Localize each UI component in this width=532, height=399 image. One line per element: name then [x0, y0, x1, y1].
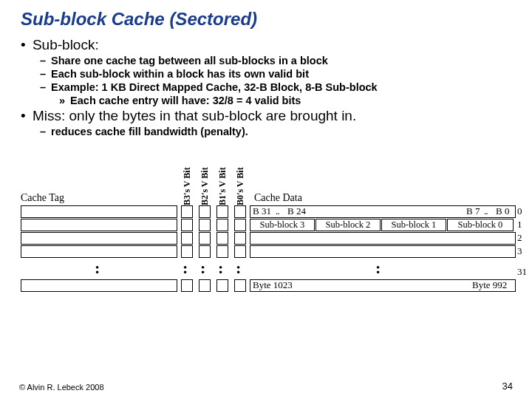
subblock-1: Sub-block 1 [381, 219, 446, 231]
vbit-box [234, 279, 246, 292]
vbit-box [234, 219, 246, 231]
subblock-2: Sub-block 2 [316, 219, 381, 231]
vbit-box [181, 232, 193, 245]
vbit-box [216, 232, 228, 245]
byte-31-label: B 31 [253, 205, 271, 217]
bullet-own-valid-bit: Each sub-block within a block has its ow… [40, 68, 513, 80]
dotdot: . . [484, 205, 487, 217]
data-row-2 [250, 232, 516, 245]
cache-tag-label: Cache Tag [21, 192, 64, 204]
bullet-reduces-bandwidth: reduces cache fill bandwidth (penalty). [40, 126, 513, 137]
tag-row-0 [21, 205, 177, 218]
vbit-box [181, 219, 193, 231]
vbit-box [199, 245, 211, 258]
vbit-box [181, 205, 193, 218]
vbit-box [199, 279, 211, 292]
tag-row-31 [21, 279, 177, 292]
byte-1023-label: Byte 1023 [253, 279, 293, 291]
bullet-example: Example: 1 KB Direct Mapped Cache, 32-B … [40, 81, 513, 93]
tag-row-2 [21, 232, 177, 245]
vbit-box [181, 245, 193, 258]
ellipsis-vbit: : [200, 259, 205, 278]
ellipsis-vbit: : [236, 259, 241, 278]
vbit-box [181, 279, 193, 292]
vbit-box [216, 279, 228, 292]
row-num-2: 2 [517, 232, 522, 244]
byte-992-label: Byte 992 [472, 279, 507, 291]
ellipsis-tag: : [95, 259, 100, 278]
byte-7-label: B 7 [466, 205, 480, 217]
vbit-box [216, 205, 228, 218]
subblock-3: Sub-block 3 [250, 219, 315, 231]
copyright: © Alvin R. Lebeck 2008 [19, 383, 104, 392]
bullet-subblock: Sub-block: [21, 37, 513, 53]
vbit-box [199, 205, 211, 218]
dotdot: . . [276, 205, 279, 217]
vbit-box [234, 232, 246, 245]
bullet-valid-bits-count: Each cache entry will have: 32/8 = 4 val… [59, 95, 513, 106]
cache-data-label: Cache Data [254, 192, 302, 204]
data-row-31: Byte 1023 Byte 992 [250, 279, 516, 292]
vbit-box [234, 245, 246, 258]
ellipsis-data: : [375, 259, 381, 278]
row-num-3: 3 [517, 245, 522, 257]
tag-row-1 [21, 219, 177, 231]
slide-number: 34 [502, 381, 513, 392]
slide-title: Sub-block Cache (Sectored) [21, 9, 513, 30]
ellipsis-vbit: : [183, 259, 188, 278]
subblock-0: Sub-block 0 [447, 219, 514, 231]
cache-diagram: Cache Tag Cache Data SB3's V Bit SB2's V… [21, 142, 513, 297]
byte-0-label: B 0 [496, 205, 509, 217]
bullet-list: Sub-block: Share one cache tag between a… [21, 37, 513, 137]
vbit-box [199, 232, 211, 245]
vbit-box [199, 219, 211, 231]
byte-24-label: B 24 [287, 205, 306, 217]
data-row-0: B 31 . . B 24 B 7 . . B 0 [250, 205, 516, 218]
row-num-0: 0 [517, 205, 522, 217]
vbit-box [216, 245, 228, 258]
bullet-share-tag: Share one cache tag between all sub-bloc… [40, 55, 513, 66]
data-row-3 [250, 245, 516, 258]
tag-row-3 [21, 245, 177, 258]
bullet-miss: Miss: only the bytes in that sub-block a… [21, 108, 513, 124]
row-num-1: 1 [517, 219, 522, 231]
vbit-box [234, 205, 246, 218]
vbit-box [216, 219, 228, 231]
ellipsis-vbit: : [218, 259, 223, 278]
row-num-31: 31 [517, 266, 527, 278]
